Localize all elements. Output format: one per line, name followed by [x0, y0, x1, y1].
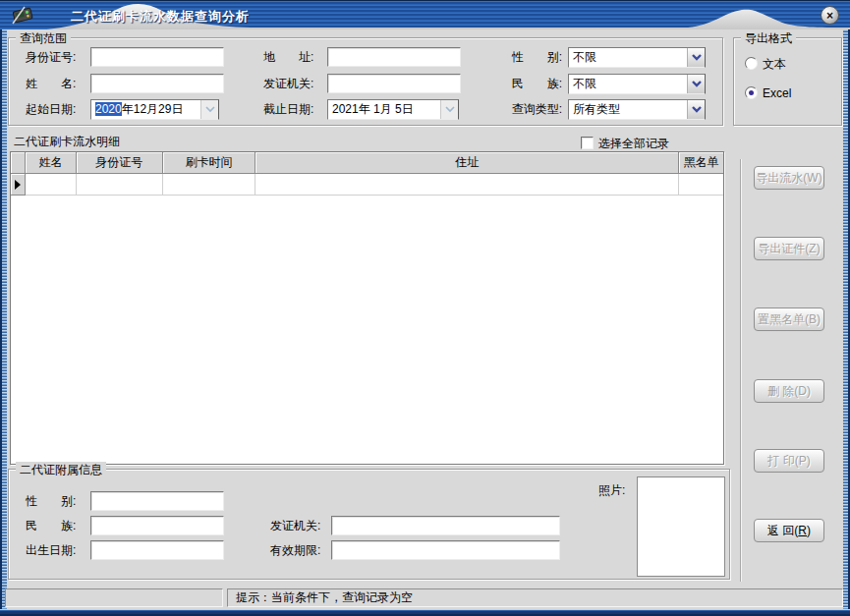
id-number-label: 身份证号: — [26, 47, 76, 67]
gender-select[interactable]: 不限 — [568, 47, 706, 68]
cell-blacklist[interactable] — [679, 174, 723, 196]
chevron-down-icon — [692, 81, 702, 87]
set-blacklist-button[interactable]: 置黑名单(B) — [754, 308, 824, 331]
column-header-name[interactable]: 姓名 — [26, 152, 77, 174]
chevron-down-icon — [445, 106, 455, 113]
back-button-label: 返 回( — [767, 523, 798, 539]
start-date-label: 起始日期: — [26, 99, 76, 119]
photo-label: 照片: — [598, 480, 625, 500]
column-header-id-number[interactable]: 身份证号 — [77, 152, 163, 174]
status-panel-tip: 提示：当前条件下，查询记录为空 — [227, 588, 843, 607]
valid-period-label: 有效期限: — [270, 540, 320, 560]
ethnicity-select[interactable]: 不限 — [568, 74, 706, 94]
cell-name[interactable] — [26, 174, 77, 196]
column-header-swipe-time[interactable]: 刷卡时间 — [163, 152, 256, 174]
detail-info-group-title: 二代证附属信息 — [16, 462, 106, 478]
radio-selected-dot — [749, 90, 754, 95]
valid-period-input[interactable] — [331, 540, 560, 560]
cell-address[interactable] — [255, 174, 679, 196]
query-type-label: 查询类型: — [493, 99, 562, 119]
query-type-select-value: 所有类型 — [569, 100, 687, 119]
delete-button[interactable]: 删 除(D) — [754, 379, 824, 403]
name-label: 姓 名: — [26, 74, 76, 93]
birth-date-input[interactable] — [90, 540, 224, 560]
records-grid[interactable]: 姓名 身份证号 刷卡时间 住址 黑名单 — [10, 151, 724, 465]
start-date-value: 2020年12月29日 — [91, 100, 200, 119]
photo-box — [637, 476, 725, 577]
detail-ethnicity-input[interactable] — [90, 516, 224, 535]
gender-dropdown-button[interactable] — [687, 48, 705, 67]
row-arrow-icon — [15, 180, 21, 190]
status-tip-text: 提示：当前条件下，查询记录为空 — [236, 589, 413, 606]
window-border-right — [843, 29, 850, 616]
app-window: 二代证刷卡流水数据查询分析 × 查询范围 身份证号: 地 址: 性 别: 不限 … — [0, 0, 850, 616]
status-panel-left — [5, 588, 223, 607]
radio-text-format-label: 文本 — [763, 56, 786, 72]
select-all-checkbox[interactable] — [581, 137, 594, 149]
detail-gender-label: 性 别: — [26, 491, 76, 511]
select-all-label: 选择全部记录 — [598, 134, 669, 153]
records-section-title: 二代证刷卡流水明细 — [14, 132, 120, 151]
export-certificate-button[interactable]: 导出证件(Z) — [754, 237, 824, 260]
issuer-input[interactable] — [327, 74, 461, 93]
column-header-blacklist[interactable]: 黑名单 — [679, 152, 723, 174]
detail-issuer-label: 发证机关: — [270, 516, 320, 535]
ethnicity-dropdown-button[interactable] — [687, 75, 705, 93]
start-date-dropdown-button[interactable] — [200, 100, 218, 119]
chevron-down-icon — [692, 106, 702, 113]
start-date-selected-part: 2020 — [95, 102, 122, 116]
query-range-group-title: 查询范围 — [16, 30, 71, 47]
back-button-label-end: ) — [807, 524, 811, 537]
end-date-picker[interactable]: 2021年 1月 5日 — [327, 99, 459, 120]
gender-select-value: 不限 — [569, 48, 687, 67]
back-button[interactable]: 返 回(R) — [754, 519, 824, 542]
name-input[interactable] — [90, 74, 224, 93]
close-icon: × — [826, 10, 833, 22]
print-button[interactable]: 打 印(P) — [754, 449, 824, 473]
chevron-down-icon — [692, 54, 702, 61]
radio-text-format[interactable] — [745, 57, 758, 70]
title-bar: 二代证刷卡流水数据查询分析 × — [0, 0, 850, 29]
chevron-down-icon — [205, 106, 215, 113]
address-label: 地 址: — [263, 47, 313, 67]
end-date-dropdown-button[interactable] — [440, 100, 458, 119]
column-header-address[interactable]: 住址 — [255, 152, 679, 174]
card-reader-icon — [10, 3, 35, 27]
export-format-group-title: 导出格式 — [741, 30, 796, 47]
gender-label: 性 别: — [493, 47, 562, 67]
export-flow-button[interactable]: 导出流水(W) — [754, 166, 824, 190]
cell-swipe-time[interactable] — [163, 174, 256, 196]
start-date-rest-part: 年12月29日 — [122, 102, 184, 116]
birth-date-label: 出生日期: — [26, 540, 76, 560]
ethnicity-select-value: 不限 — [569, 75, 687, 93]
radio-excel-format-label: Excel — [763, 85, 791, 101]
export-format-group: 导出格式 — [733, 37, 842, 126]
start-date-picker[interactable]: 2020年12月29日 — [90, 99, 219, 120]
detail-gender-input[interactable] — [90, 491, 224, 511]
end-date-value: 2021年 1月 5日 — [328, 100, 440, 119]
back-button-mnemonic: R — [798, 524, 807, 537]
detail-ethnicity-label: 民 族: — [26, 516, 76, 535]
button-panel-separator — [740, 159, 742, 582]
query-type-select[interactable]: 所有类型 — [568, 99, 706, 120]
window-title: 二代证刷卡流水数据查询分析 — [71, 8, 250, 26]
close-button[interactable]: × — [821, 6, 839, 25]
records-grid-header: 姓名 身份证号 刷卡时间 住址 黑名单 — [11, 152, 723, 174]
window-border-bottom — [0, 609, 850, 616]
radio-excel-format[interactable] — [745, 86, 758, 99]
end-date-label: 截止日期: — [263, 99, 313, 119]
ethnicity-label: 民 族: — [493, 74, 562, 93]
address-input[interactable] — [327, 47, 461, 67]
id-number-input[interactable] — [90, 47, 224, 67]
column-header-selector — [11, 152, 26, 174]
query-type-dropdown-button[interactable] — [687, 100, 705, 119]
window-border-left — [0, 29, 7, 616]
current-row-indicator — [11, 174, 26, 196]
table-row[interactable] — [11, 174, 723, 196]
cell-id-number[interactable] — [77, 174, 163, 196]
issuer-label: 发证机关: — [263, 74, 313, 93]
detail-issuer-input[interactable] — [331, 516, 560, 535]
